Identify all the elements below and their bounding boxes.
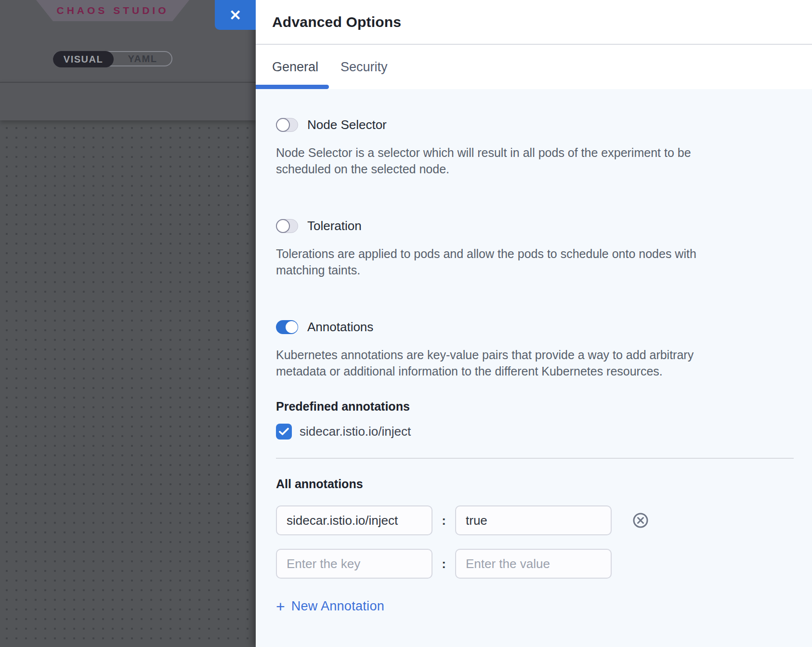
tab-security[interactable]: Security — [341, 60, 388, 75]
general-tab-content: Node Selector Node Selector is a selecto… — [256, 89, 812, 614]
toggle-knob — [276, 118, 290, 132]
predefined-annotation-label: sidecar.istio.io/inject — [300, 424, 411, 439]
section-annotations: Annotations Kubernetes annotations are k… — [276, 320, 794, 379]
drawer-title: Advanced Options — [272, 14, 401, 30]
sidecar-inject-checkbox[interactable] — [276, 424, 292, 440]
new-annotation-label: New Annotation — [291, 599, 384, 614]
circle-x-icon — [632, 512, 649, 529]
close-icon: ✕ — [229, 7, 241, 24]
delete-annotation-button[interactable] — [632, 512, 649, 529]
advanced-options-drawer: Advanced Options General Security Node S… — [256, 0, 812, 647]
all-annotations-heading: All annotations — [276, 477, 794, 491]
drawer-tabs: General Security — [256, 45, 812, 89]
check-icon — [279, 427, 289, 436]
annotation-value-input[interactable] — [455, 549, 612, 579]
toggle-knob — [276, 219, 290, 233]
key-value-separator: : — [432, 513, 455, 528]
yaml-view-button[interactable]: YAML — [114, 52, 171, 65]
visual-view-button[interactable]: VISUAL — [53, 51, 114, 67]
node-selector-description: Node Selector is a selector which will r… — [276, 144, 733, 177]
new-annotation-button[interactable]: + New Annotation — [276, 599, 384, 614]
annotations-label: Annotations — [307, 320, 373, 335]
toggle-knob — [286, 321, 298, 333]
predefined-annotation-item: sidecar.istio.io/inject — [276, 424, 794, 440]
plus-icon: + — [276, 600, 285, 613]
node-selector-label: Node Selector — [307, 117, 387, 132]
annotation-row: : — [276, 505, 794, 535]
tab-general[interactable]: General — [272, 60, 318, 75]
view-mode-switch[interactable]: VISUAL YAML — [53, 51, 172, 66]
annotations-description: Kubernetes annotations are key-value pai… — [276, 347, 733, 379]
toleration-toggle[interactable] — [276, 219, 298, 233]
close-drawer-button[interactable]: ✕ — [215, 0, 256, 30]
brand-title: CHAOS STUDIO — [56, 5, 169, 16]
canvas-toolbar — [0, 82, 256, 120]
annotation-value-input[interactable] — [455, 505, 612, 535]
predefined-annotations-heading: Predefined annotations — [276, 400, 794, 414]
experiment-canvas — [0, 120, 256, 647]
section-divider — [276, 458, 794, 459]
annotations-toggle[interactable] — [276, 320, 298, 334]
annotation-key-input[interactable] — [276, 549, 432, 579]
annotation-row: : — [276, 549, 794, 579]
toleration-description: Tolerations are applied to pods and allo… — [276, 246, 733, 278]
chaos-studio-background: CHAOS STUDIO VISUAL YAML — [0, 0, 256, 647]
node-selector-toggle[interactable] — [276, 118, 298, 132]
active-tab-indicator — [256, 85, 329, 89]
key-value-separator: : — [432, 556, 455, 571]
section-toleration: Toleration Tolerations are applied to po… — [276, 219, 794, 278]
drawer-header: Advanced Options — [256, 0, 812, 45]
toleration-label: Toleration — [307, 219, 362, 233]
section-node-selector: Node Selector Node Selector is a selecto… — [276, 117, 794, 177]
annotation-key-input[interactable] — [276, 505, 432, 535]
brand-banner: CHAOS STUDIO — [36, 0, 189, 21]
